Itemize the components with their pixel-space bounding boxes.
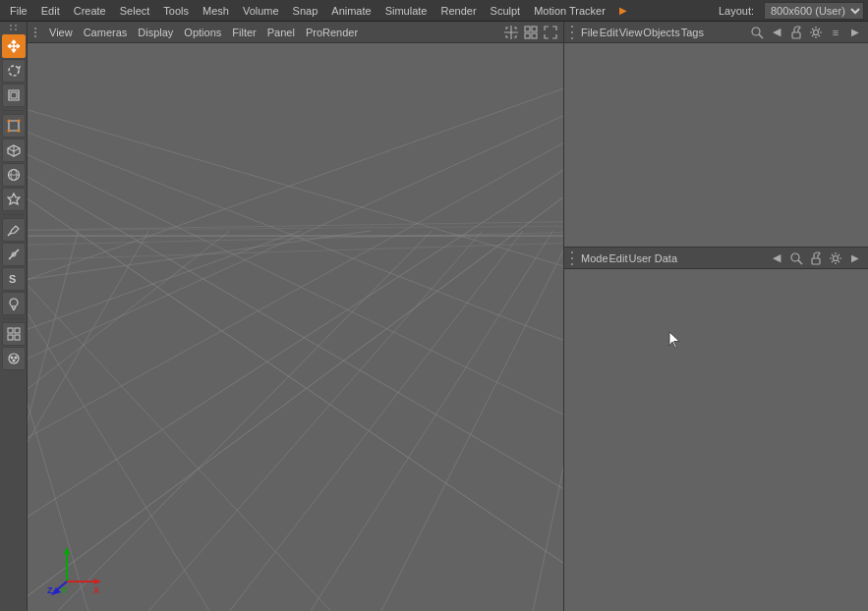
svg-line-65 xyxy=(759,34,763,38)
svg-point-67 xyxy=(814,29,819,34)
menu-snap[interactable]: Snap xyxy=(287,3,324,19)
svg-rect-24 xyxy=(525,33,530,38)
menu-file[interactable]: File xyxy=(4,3,33,19)
attr-menu-mode[interactable]: Mode xyxy=(581,252,608,264)
svg-line-45 xyxy=(381,231,563,611)
tool-knife-button[interactable] xyxy=(2,243,26,266)
layout-label: Layout: xyxy=(713,3,760,19)
tool-transform-button[interactable] xyxy=(2,114,26,138)
tool-grid-button[interactable] xyxy=(2,322,26,346)
tool-pen-button[interactable] xyxy=(2,218,26,242)
viewport-menu-prorender[interactable]: ProRender xyxy=(301,25,363,40)
attr-panel-content[interactable] xyxy=(564,269,868,611)
attr-search-icon[interactable] xyxy=(787,250,805,267)
viewport-toolbar: View Cameras Display Options Filter Pane… xyxy=(28,22,563,43)
menu-tools[interactable]: Tools xyxy=(157,3,195,19)
right-panel: File Edit View Objects Tags ◀ ≡ xyxy=(563,22,868,611)
svg-rect-22 xyxy=(525,27,530,31)
obj-menu-view[interactable]: View xyxy=(619,27,643,38)
svg-line-29 xyxy=(28,144,563,611)
svg-point-21 xyxy=(12,360,15,362)
svg-rect-17 xyxy=(15,335,20,340)
viewport-3d[interactable]: Y X Z xyxy=(28,43,563,611)
viewport-menu-filter[interactable]: Filter xyxy=(227,25,260,40)
menu-mesh[interactable]: Mesh xyxy=(197,3,235,19)
svg-text:X: X xyxy=(93,585,99,595)
menu-animate[interactable]: Animate xyxy=(325,3,376,19)
svg-line-9 xyxy=(8,234,10,236)
svg-line-31 xyxy=(28,104,563,449)
tool-cube-button[interactable] xyxy=(2,139,26,162)
tool-sphere-button[interactable] xyxy=(2,163,26,187)
attr-menu-edit[interactable]: Edit xyxy=(609,252,628,264)
obj-manager-content[interactable] xyxy=(564,43,868,247)
svg-rect-25 xyxy=(532,33,537,38)
svg-rect-23 xyxy=(532,27,537,31)
main-content: S View Cameras Display Options Filter Pa… xyxy=(0,22,868,611)
menu-volume[interactable]: Volume xyxy=(237,3,285,19)
viewport-toolbar-right xyxy=(502,24,559,41)
obj-menu-objects[interactable]: Objects xyxy=(643,27,679,38)
obj-search-icon[interactable] xyxy=(748,24,766,41)
attr-menu-userdata[interactable]: User Data xyxy=(629,252,678,264)
viewport-mode-icon[interactable] xyxy=(522,24,540,41)
viewport-expand-icon[interactable] xyxy=(542,24,559,41)
svg-line-52 xyxy=(28,231,230,428)
attr-toolbar-grip xyxy=(568,250,576,266)
tool-magnet-button[interactable]: S xyxy=(2,267,26,291)
viewport-nav-icon[interactable] xyxy=(502,24,520,41)
obj-settings-icon[interactable] xyxy=(807,24,825,41)
left-toolbar: S xyxy=(0,22,28,611)
attr-back-icon[interactable]: ◀ xyxy=(768,250,785,267)
svg-line-37 xyxy=(28,125,563,368)
svg-line-53 xyxy=(28,231,301,348)
toolbar-separator-1 xyxy=(3,110,25,111)
menu-edit[interactable]: Edit xyxy=(35,3,66,19)
svg-rect-1 xyxy=(9,121,19,131)
svg-marker-56 xyxy=(64,547,70,554)
attr-lock-icon[interactable] xyxy=(807,250,825,267)
viewport-menu-display[interactable]: Display xyxy=(133,25,178,40)
svg-point-4 xyxy=(7,130,10,133)
obj-back-icon[interactable]: ◀ xyxy=(768,24,785,41)
tool-object-button[interactable] xyxy=(2,188,26,211)
svg-point-13 xyxy=(10,299,18,306)
obj-menu-file[interactable]: File xyxy=(581,27,599,38)
svg-point-2 xyxy=(7,120,10,123)
menu-select[interactable]: Select xyxy=(114,3,156,19)
attr-expand-icon[interactable]: ▶ xyxy=(846,250,864,267)
menu-motion-tracker[interactable]: Motion Tracker xyxy=(528,3,611,19)
menu-sculpt[interactable]: Sculpt xyxy=(485,3,527,19)
toolbar-separator-2 xyxy=(3,214,25,215)
svg-line-44 xyxy=(311,231,553,611)
attr-settings-icon[interactable] xyxy=(827,250,844,267)
svg-line-42 xyxy=(148,231,482,611)
attr-toolbar: Mode Edit User Data ◀ ▶ xyxy=(564,248,868,269)
tool-brush-button[interactable] xyxy=(2,292,26,315)
menu-simulate[interactable]: Simulate xyxy=(379,3,434,19)
svg-point-3 xyxy=(17,120,20,123)
menu-render[interactable]: Render xyxy=(434,3,482,19)
menu-create[interactable]: Create xyxy=(68,3,112,19)
viewport-menu-cameras[interactable]: Cameras xyxy=(79,25,133,40)
svg-text:Z: Z xyxy=(47,585,53,595)
tool-rotate-button[interactable] xyxy=(2,59,26,83)
layout-select[interactable]: 800x600 (User) xyxy=(764,2,864,20)
obj-menu-edit[interactable]: Edit xyxy=(600,27,618,38)
obj-more-icon[interactable]: ≡ xyxy=(827,24,844,41)
obj-menu-tags[interactable]: Tags xyxy=(681,27,704,38)
viewport-menu-panel[interactable]: Panel xyxy=(262,25,300,40)
tool-paint-button[interactable] xyxy=(2,347,26,370)
svg-point-20 xyxy=(14,357,17,360)
obj-lock-icon[interactable] xyxy=(787,24,805,41)
tool-scale-button[interactable] xyxy=(2,83,26,107)
tool-move-button[interactable] xyxy=(2,34,26,58)
svg-point-68 xyxy=(791,253,799,261)
viewport-menu-options[interactable]: Options xyxy=(179,25,226,40)
svg-rect-66 xyxy=(792,32,800,38)
viewport-menu-view[interactable]: View xyxy=(44,25,78,40)
svg-rect-70 xyxy=(812,258,820,264)
svg-text:S: S xyxy=(9,273,16,285)
obj-arrow-icon[interactable]: ▶ xyxy=(846,24,864,41)
attr-toolbar-right: ◀ ▶ xyxy=(768,250,864,267)
